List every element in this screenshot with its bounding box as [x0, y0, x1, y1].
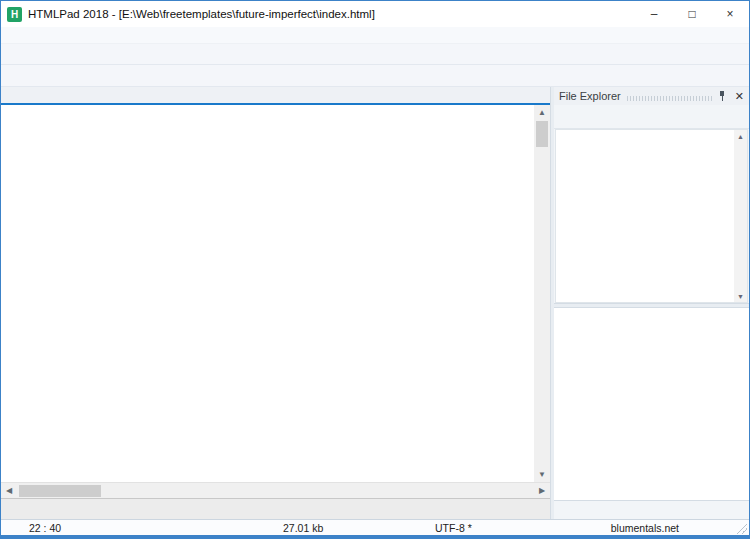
maximize-button[interactable]: □ — [673, 1, 711, 27]
editor-mode-tabs — [1, 498, 550, 519]
file-size: 27.01 kb — [283, 522, 435, 534]
project-tree: ▲ ▼ — [555, 129, 748, 303]
scroll-down-icon[interactable]: ▼ — [534, 467, 550, 482]
scroll-left-icon[interactable]: ◀ — [1, 483, 17, 498]
encoding: UTF-8 * — [435, 522, 575, 534]
document-tab-strip — [1, 87, 550, 105]
explorer-bottom-tabs — [554, 500, 749, 519]
main-content: ▲ ▼ ◀ ▶ File Explorer ✕ — [1, 87, 749, 519]
toolbar-format — [1, 65, 749, 87]
tree-scroll-down-icon[interactable]: ▼ — [737, 290, 744, 302]
file-explorer-panel: File Explorer ✕ ▲ ▼ — [554, 87, 749, 519]
panel-close-icon[interactable]: ✕ — [735, 90, 744, 103]
panel-title: File Explorer — [559, 90, 621, 102]
pin-icon[interactable] — [718, 91, 727, 101]
tree-scroll-up-icon[interactable]: ▲ — [737, 130, 744, 142]
editor-horizontal-scrollbar[interactable]: ◀ ▶ — [1, 482, 550, 498]
application-window: H HTMLPad 2018 - [E:\Web\freetemplates\f… — [0, 0, 750, 539]
explorer-toolbar — [554, 105, 749, 129]
code-editor[interactable]: ▲ ▼ — [1, 105, 550, 482]
layout-file-list — [554, 308, 749, 500]
cursor-position: 22 : 40 — [1, 522, 283, 534]
editor-vertical-scrollbar[interactable]: ▲ ▼ — [534, 105, 550, 482]
vscroll-thumb[interactable] — [536, 121, 548, 147]
resize-grip[interactable] — [735, 522, 747, 534]
window-bottom-border — [1, 535, 749, 538]
tree-scrollbar[interactable]: ▲ ▼ — [734, 130, 747, 302]
panel-header: File Explorer ✕ — [554, 87, 749, 105]
panel-grip[interactable] — [627, 96, 712, 101]
hscroll-thumb[interactable] — [19, 485, 101, 497]
vendor-site: blumentals.net — [611, 522, 679, 534]
editor-pane: ▲ ▼ ◀ ▶ — [1, 87, 550, 519]
scroll-up-icon[interactable]: ▲ — [534, 105, 550, 120]
title-bar: H HTMLPad 2018 - [E:\Web\freetemplates\f… — [1, 1, 749, 27]
toolbar-main — [1, 44, 749, 65]
window-title: HTMLPad 2018 - [E:\Web\freetemplates\fut… — [28, 8, 375, 20]
app-logo-icon: H — [7, 7, 22, 22]
minimize-button[interactable]: – — [635, 1, 673, 27]
close-button[interactable]: × — [711, 1, 749, 27]
scroll-right-icon[interactable]: ▶ — [534, 483, 550, 498]
menu-bar — [1, 27, 749, 44]
status-bar: 22 : 40 27.01 kb UTF-8 * blumentals.net — [1, 519, 749, 535]
